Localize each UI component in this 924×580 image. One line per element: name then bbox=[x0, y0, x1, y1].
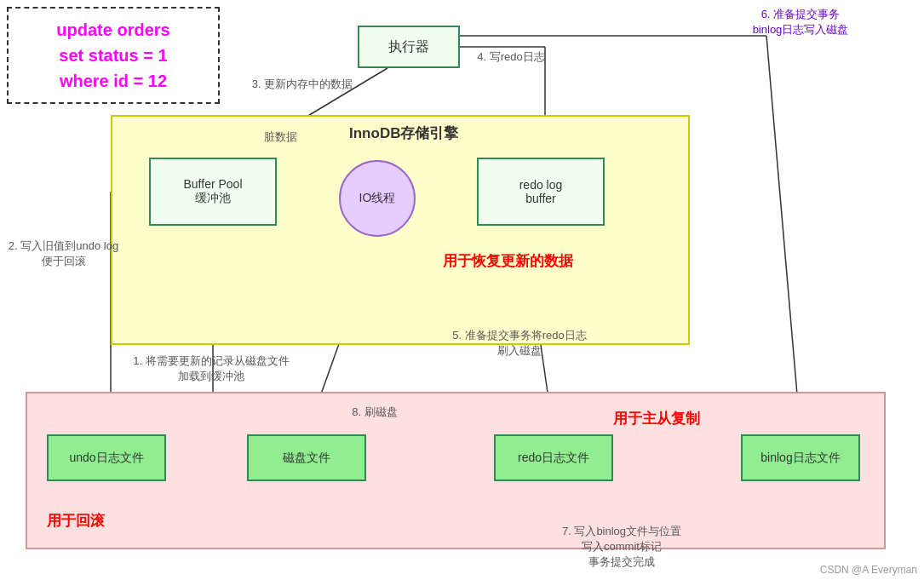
io-thread-label: IO线程 bbox=[359, 191, 396, 206]
svg-line-13 bbox=[766, 36, 801, 434]
sql-line2: set status = 1 bbox=[59, 46, 167, 65]
annotation-7: 7. 写入binlog文件与位置写入commit标记事务提交完成 bbox=[528, 524, 715, 571]
rollback-label: 用于回滚 bbox=[47, 511, 105, 531]
innodb-title: InnoDB存储引擎 bbox=[349, 123, 458, 143]
executor-label: 执行器 bbox=[388, 38, 429, 56]
io-thread-circle: IO线程 bbox=[339, 160, 416, 237]
annotation-4: 4. 写redo日志 bbox=[460, 49, 562, 65]
binlog-file-box: binlog日志文件 bbox=[741, 434, 860, 481]
buffer-pool-line1: Buffer Pool bbox=[183, 177, 242, 191]
disk-file-box: 磁盘文件 bbox=[247, 434, 366, 481]
buffer-pool-line2: 缓冲池 bbox=[195, 191, 231, 206]
annotation-1: 1. 将需要更新的记录从磁盘文件 加载到缓冲池 bbox=[126, 353, 296, 384]
redo-log-buffer-box: redo log buffer bbox=[477, 158, 605, 226]
diagram-container: update orders set status = 1 where id = … bbox=[0, 0, 924, 580]
annotation-5: 5. 准备提交事务将redo日志刷入磁盘 bbox=[426, 328, 613, 359]
executor-box: 执行器 bbox=[358, 26, 460, 68]
undo-log-file-box: undo日志文件 bbox=[47, 434, 166, 481]
annotation-3: 3. 更新内存中的数据 bbox=[238, 77, 366, 92]
annotation-8: 8. 刷磁盘 bbox=[332, 405, 417, 420]
annotation-6: 6. 准备提交事务binlog日志写入磁盘 bbox=[698, 7, 903, 37]
buffer-pool-box: Buffer Pool 缓冲池 bbox=[149, 158, 277, 226]
recovery-label: 用于恢复更新的数据 bbox=[443, 251, 573, 271]
master-slave-label: 用于主从复制 bbox=[613, 409, 700, 428]
dirty-data-label: 脏数据 bbox=[264, 129, 297, 145]
sql-line3: where id = 12 bbox=[60, 72, 167, 90]
innodb-area bbox=[111, 115, 690, 345]
redo-log-buffer-line1: redo log bbox=[519, 178, 563, 192]
sql-box: update orders set status = 1 where id = … bbox=[7, 7, 220, 104]
redo-log-buffer-line2: buffer bbox=[525, 192, 556, 205]
annotation-2: 2. 写入旧值到undo log便于回滚 bbox=[2, 238, 125, 269]
redo-log-file-box: redo日志文件 bbox=[494, 434, 613, 481]
watermark: CSDN @A Everyman bbox=[820, 564, 917, 576]
sql-line1: update orders bbox=[56, 20, 169, 39]
